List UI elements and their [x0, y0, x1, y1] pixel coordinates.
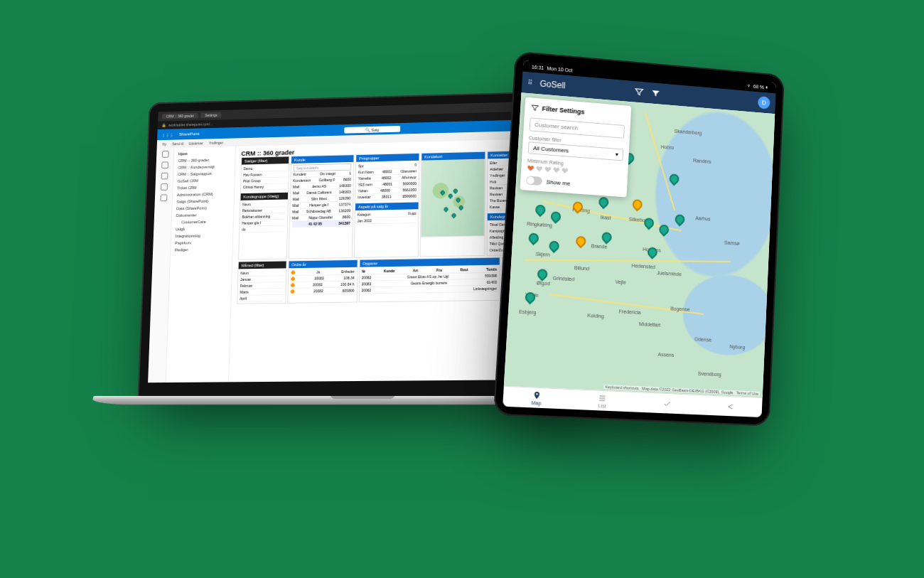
map-pin[interactable] — [527, 231, 541, 245]
map-pin[interactable] — [534, 203, 548, 217]
gosell-map-body: Skanderborg Randers Viborg Aarhus Horsen… — [504, 92, 775, 397]
rail-icon[interactable] — [161, 151, 168, 158]
city-label: Assens — [657, 352, 674, 358]
card-maaned: Måned (filter) Navn Januar Februar Marts… — [237, 261, 286, 304]
tablet-screen: 16:31 Mon 10 Oct ᯤ 68 % ▮ ⠿ GoSell D — [503, 60, 776, 417]
map-pin-icon — [532, 390, 542, 400]
funnel-icon — [530, 103, 539, 112]
city-label: Odense — [694, 336, 711, 342]
toolbar-fav[interactable]: Yndlinger — [209, 141, 224, 145]
waffle-icon[interactable]: ⋮⋮⋮ — [161, 132, 173, 137]
sharepoint-brand: SharePoint — [179, 132, 200, 136]
wifi-icon: ᯤ — [747, 83, 752, 88]
heart-icon[interactable] — [535, 165, 543, 173]
card-ordre: Ordre år 🟠JaEnheder 🟠20082108.34 🟠200821… — [287, 259, 358, 304]
city-label: Kolding — [587, 313, 604, 319]
site-nav: Hjem CRM :: 360 grader CRM :: Kundeovers… — [166, 146, 236, 382]
list-icon — [598, 393, 607, 402]
share-icon — [726, 402, 735, 411]
map-pin[interactable] — [667, 172, 681, 186]
city-label: Skjern — [535, 251, 549, 257]
chevron-down-icon: ▾ — [616, 151, 618, 158]
laptop-hinge-notch — [331, 396, 394, 400]
city-label: Brande — [591, 243, 608, 249]
filter-solid-icon[interactable] — [650, 88, 660, 99]
map-pin[interactable] — [673, 212, 687, 226]
table-row[interactable]: Jan 2022 — [358, 217, 417, 224]
toolbar-new[interactable]: Ny — [162, 142, 166, 146]
table-row[interactable]: Inventar383116599000 — [358, 193, 417, 201]
check-icon — [662, 399, 671, 408]
city-label: Skanderborg — [675, 128, 702, 135]
show-me-toggle[interactable] — [526, 176, 542, 186]
map-pin[interactable] — [597, 196, 611, 210]
browser-tab[interactable]: CRM :: 360 grader — [162, 113, 198, 119]
city-label: Svendborg — [698, 371, 721, 378]
list-item[interactable]: do — [242, 226, 285, 233]
app-grid-icon[interactable]: ⠿ — [527, 79, 533, 87]
search-input[interactable]: 🔍 Søg — [344, 125, 400, 133]
heart-icon[interactable] — [552, 166, 560, 174]
tab-share[interactable] — [699, 395, 763, 417]
tab-check[interactable] — [634, 392, 699, 414]
city-label: Fredericia — [619, 309, 641, 315]
toolbar-print[interactable]: Udskriver — [189, 141, 203, 145]
table-total: 41 42 05341397 — [292, 220, 350, 228]
city-label: Juelsminde — [657, 270, 682, 277]
heart-icon[interactable] — [561, 167, 569, 175]
battery-icon: ▮ — [765, 85, 768, 90]
city-label: Hobro — [661, 144, 675, 150]
map-pin[interactable] — [600, 230, 614, 245]
map-pin[interactable] — [547, 239, 562, 253]
card-kundekort: Kundekort — [420, 151, 486, 257]
status-battery: 68 % — [753, 83, 764, 89]
city-label: Hedensted — [631, 263, 655, 269]
filter-panel: Filter Settings Customer search Customer… — [520, 97, 631, 198]
lock-icon: 🔒 — [161, 123, 166, 127]
city-label: Randers — [693, 158, 711, 164]
city-label: Nyborg — [729, 344, 745, 350]
map-pin[interactable] — [549, 210, 563, 224]
city-label: Samsø — [724, 240, 740, 246]
url-text: workladder.sharepoint.com/... — [168, 122, 213, 127]
show-me-row: Show me — [526, 176, 622, 191]
mini-map[interactable] — [421, 159, 485, 237]
tab-list[interactable]: List — [569, 390, 635, 412]
nav-item[interactable]: Rediger — [175, 245, 228, 253]
city-label: Middelfart — [639, 321, 661, 328]
city-label: Bogense — [670, 306, 689, 312]
card-saelger: Sælger (filter) Demo Hav Fossen Pilot Gr… — [238, 156, 289, 259]
tablet-bezel: 16:31 Mon 10 Oct ᯤ 68 % ▮ ⠿ GoSell D — [493, 51, 785, 427]
heart-icon[interactable] — [544, 166, 552, 173]
card-kunde: Kunde Søg kundeinfo KundenrDis integri1 … — [289, 154, 355, 259]
city-label: Grindsted — [552, 276, 574, 282]
city-label: Vejle — [615, 279, 625, 285]
map-pin[interactable] — [535, 267, 549, 282]
rail-icon[interactable] — [161, 183, 168, 191]
rail-icon[interactable] — [160, 194, 167, 201]
card-prisgrupper: Prisgrupper Spr0 Kun Navn48002Glasvaren … — [354, 153, 420, 258]
table-row[interactable]: 20082Linkstegninger — [361, 286, 497, 294]
filter-panel-title: Filter Settings — [530, 103, 625, 119]
user-avatar[interactable]: D — [758, 96, 770, 109]
table-row[interactable]: 🟠20082605800 — [290, 288, 354, 295]
city-label: Billund — [574, 265, 589, 271]
card-opgaver: Opgaver NrKundeArtFraRestTunds 20082Gree… — [358, 257, 500, 303]
tab-map[interactable]: Map — [503, 387, 570, 410]
city-label: Ølgod — [537, 281, 550, 287]
list-item[interactable]: April — [240, 295, 283, 302]
browser-tab[interactable]: Settings — [201, 112, 222, 118]
toolbar-send[interactable]: Send til — [172, 141, 183, 146]
tablet-device: 16:31 Mon 10 Oct ᯤ 68 % ▮ ⠿ GoSell D — [505, 60, 782, 419]
map-pin[interactable] — [630, 198, 644, 212]
rail-icon[interactable] — [161, 161, 168, 168]
rail-icon[interactable] — [161, 173, 168, 180]
customer-search-input[interactable]: Customer search — [530, 117, 625, 138]
city-label: Ikast — [601, 215, 611, 220]
show-me-label: Show me — [546, 178, 570, 186]
heart-icon[interactable] — [527, 164, 534, 172]
map-pin[interactable] — [574, 235, 588, 249]
list-item[interactable]: Christi Hanny — [243, 183, 286, 191]
filter-outline-icon[interactable] — [633, 87, 643, 97]
city-label: Ringkøbing — [527, 221, 552, 228]
